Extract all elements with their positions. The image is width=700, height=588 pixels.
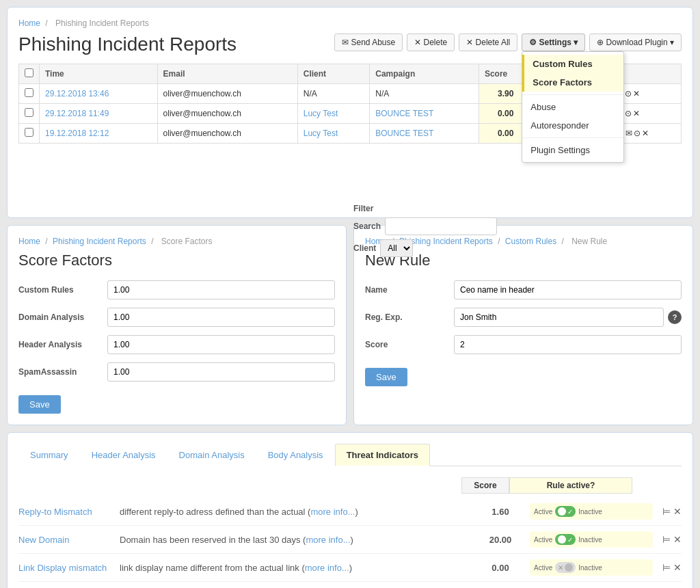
regexp-info-icon[interactable]: ? — [668, 310, 682, 324]
threat-name-1[interactable]: Reply-to Mismatch — [18, 507, 114, 517]
top-breadcrumb: Home / Phishing Incident Reports — [18, 18, 682, 28]
tab-threat-indicators[interactable]: Threat Indicators — [335, 444, 430, 466]
breadcrumb-home[interactable]: Home — [18, 18, 40, 28]
edit-icon-3[interactable]: ⊨ — [662, 562, 671, 573]
settings-button[interactable]: ⚙ Settings ▾ — [522, 34, 585, 51]
dropdown-plugin-settings[interactable]: Plugin Settings — [522, 141, 623, 159]
header-analysis-input[interactable] — [107, 335, 335, 354]
threat-name-2[interactable]: New Domain — [18, 535, 114, 545]
row-3-client: Lucy Test — [297, 124, 369, 144]
name-row: Name — [365, 280, 682, 299]
tab-domain-analysis[interactable]: Domain Analysis — [167, 444, 256, 466]
threat-name-3[interactable]: Link Display mismatch — [18, 563, 114, 573]
custom-rules-row: Custom Rules — [18, 280, 335, 299]
dropdown-divider-2 — [522, 137, 623, 138]
row-3-time: 19.12.2018 12:12 — [40, 124, 158, 144]
row-1-email: oliver@muenchow.ch — [157, 84, 297, 104]
tab-body-analysis[interactable]: Body Analysis — [256, 444, 335, 466]
client-filter-label: Client — [353, 243, 376, 253]
row-1-checkbox[interactable] — [25, 88, 33, 97]
edit-icon-1[interactable]: ⊨ — [662, 506, 671, 517]
search-input[interactable] — [385, 217, 497, 235]
dropdown-autoresponder[interactable]: Autoresponder — [522, 116, 623, 135]
row-3-checkbox[interactable] — [25, 128, 33, 137]
nr-breadcrumb-rules[interactable]: Custom Rules — [505, 237, 556, 246]
row-2-checkbox[interactable] — [25, 108, 33, 117]
dropdown-custom-rules[interactable]: Custom Rules — [522, 55, 623, 73]
threat-score-3: 0.00 — [476, 563, 524, 573]
new-rule-save-button[interactable]: Save — [365, 368, 407, 386]
filter-section: Filter Search Client All — [12, 204, 353, 257]
search-label: Search — [353, 222, 381, 231]
top-header: Phishing Incident Reports ✉ Send Abuse ✕… — [18, 34, 682, 55]
regexp-input[interactable] — [454, 308, 664, 327]
threat-score-2: 20.00 — [476, 535, 524, 545]
filter-label: Filter — [353, 204, 373, 213]
threat-table-headers: Score Rule active? — [18, 477, 682, 494]
regexp-row: Reg. Exp. ? — [365, 308, 682, 327]
nr-breadcrumb-reports[interactable]: Phishing Incident Reports — [399, 237, 493, 246]
domain-analysis-input[interactable] — [107, 308, 335, 327]
threat-desc-1: different reply-to adress defined than t… — [120, 507, 471, 517]
threat-more-info-1[interactable]: more info... — [310, 507, 355, 517]
tab-summary[interactable]: Summary — [18, 444, 80, 466]
regexp-label: Reg. Exp. — [365, 312, 454, 322]
row-checkbox — [19, 124, 40, 144]
delete-all-button[interactable]: ✕ Delete All — [459, 34, 517, 51]
threat-row-2: New Domain Domain has been reserved in t… — [18, 526, 682, 554]
select-all-checkbox[interactable] — [25, 68, 33, 77]
threat-row-3: Link Display mismatch link display name … — [18, 554, 682, 582]
header-analysis-row: Header Analysis — [18, 335, 335, 354]
custom-rules-label: Custom Rules — [18, 285, 107, 295]
col-header-email: Email — [157, 64, 297, 84]
page-title: Phishing Incident Reports — [18, 34, 237, 55]
delete-icon-1[interactable]: ✕ — [673, 506, 682, 517]
col-header-checkbox — [19, 64, 40, 84]
toggle-active-2[interactable]: ✓ — [555, 534, 576, 545]
dropdown-score-factors[interactable]: Score Factors — [522, 73, 623, 92]
threat-actions-3: ⊨ ✕ — [662, 562, 682, 573]
domain-analysis-row: Domain Analysis — [18, 308, 335, 327]
delete-button[interactable]: ✕ Delete — [407, 34, 455, 51]
threat-desc-2: Domain has been reserved in the last 30 … — [120, 535, 471, 545]
row-2-time: 29.12.2018 11:49 — [40, 104, 158, 124]
nr-breadcrumb-current: New Rule — [571, 237, 607, 246]
header-analysis-label: Header Analysis — [18, 340, 107, 349]
edit-icon-2[interactable]: ⊨ — [662, 534, 671, 545]
client-filter-select[interactable]: All — [380, 239, 413, 257]
toggle-inactive-3[interactable]: ✕ — [555, 562, 576, 573]
score-label: Score — [365, 340, 454, 349]
row-1-campaign: N/A — [370, 84, 479, 104]
download-plugin-button[interactable]: ⊕ Download Plugin ▾ — [589, 34, 682, 51]
delete-icon-3[interactable]: ✕ — [673, 562, 682, 573]
threat-rule-cell-3: Active ✕ Inactive — [530, 559, 653, 576]
custom-rules-input[interactable] — [107, 280, 335, 299]
threat-desc-3: link display name different from the act… — [120, 563, 471, 573]
row-3-campaign: BOUNCE TEST — [370, 124, 479, 144]
row-2-campaign: BOUNCE TEST — [370, 104, 479, 124]
toggle-active-1[interactable]: ✓ — [555, 506, 576, 517]
col-header-time: Time — [40, 64, 158, 84]
domain-analysis-label: Domain Analysis — [18, 312, 107, 322]
score-input[interactable] — [454, 335, 682, 354]
send-abuse-button[interactable]: ✉ Send Abuse — [334, 34, 403, 51]
row-2-client: Lucy Test — [297, 104, 369, 124]
threat-more-info-3[interactable]: more info... — [305, 563, 349, 573]
spamassassin-row: SpamAssassin — [18, 362, 335, 382]
breadcrumb-section: Phishing Incident Reports — [55, 18, 149, 28]
spamassassin-input[interactable] — [107, 362, 335, 382]
delete-icon-2[interactable]: ✕ — [673, 534, 682, 545]
tab-header-analysis[interactable]: Header Analysis — [80, 444, 167, 466]
name-input[interactable] — [454, 280, 682, 299]
threat-actions-2: ⊨ ✕ — [662, 534, 682, 545]
threat-score-1: 1.60 — [476, 507, 524, 517]
tabs-bar: Summary Header Analysis Domain Analysis … — [18, 444, 682, 466]
row-3-email: oliver@muenchow.ch — [157, 124, 297, 144]
threat-rule-cell-1: Active ✓ Inactive — [530, 503, 653, 520]
dropdown-abuse[interactable]: Abuse — [522, 98, 623, 116]
row-2-email: oliver@muenchow.ch — [157, 104, 297, 124]
threat-more-info-2[interactable]: more info... — [306, 535, 350, 545]
score-column-header: Score — [461, 477, 509, 494]
row-checkbox — [19, 104, 40, 124]
score-factors-save-button[interactable]: Save — [18, 395, 61, 414]
